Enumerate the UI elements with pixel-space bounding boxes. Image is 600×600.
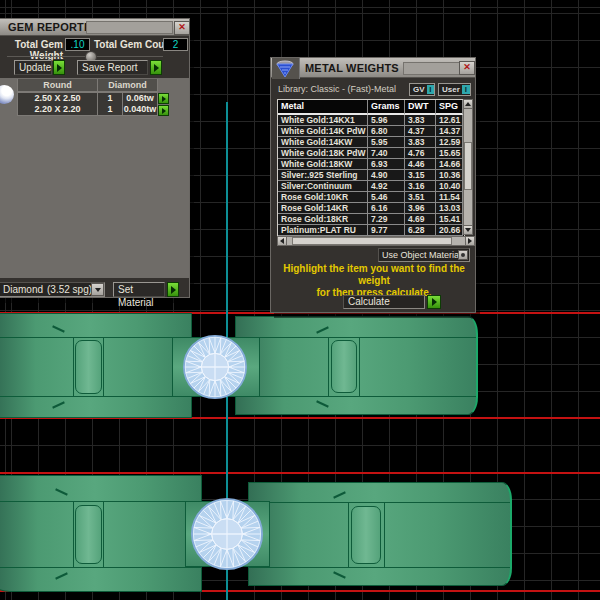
gem-stone-1[interactable] xyxy=(182,334,248,400)
close-icon[interactable]: ✕ xyxy=(174,21,190,35)
save-report-button[interactable]: Save Report xyxy=(77,60,148,75)
gem-weight: 0.040tw xyxy=(123,104,158,116)
metal-dwt: 4.69 xyxy=(405,214,436,225)
gem-reporter-window: GEM REPORTER ✕ Total Gem Weight .10 Tota… xyxy=(0,18,190,298)
scroll-up-icon[interactable] xyxy=(463,99,473,109)
material-dropdown-value: Diamond xyxy=(3,283,43,296)
metal-dwt: 3.15 xyxy=(405,170,436,181)
metals-table[interactable]: Metal Grams DWT SPG White Gold:14KX1 5.9… xyxy=(277,99,465,237)
metal-spg: 15.65 xyxy=(436,148,463,159)
reference-line-red-3 xyxy=(0,472,600,474)
metal-name: Rose Gold:18KR xyxy=(278,214,368,225)
gv-toggle-label: GV xyxy=(413,85,425,94)
metal-spg: 10.40 xyxy=(436,181,463,192)
library-label: Library: Classic - (Fast)-Metal xyxy=(278,84,396,94)
instruction-line-1: Highlight the item you want to find the … xyxy=(271,263,477,287)
total-gem-count-label: Total Gem Count xyxy=(94,39,174,50)
metal-spg: 14.66 xyxy=(436,159,463,170)
scroll-left-icon[interactable] xyxy=(277,236,287,246)
save-report-go-icon[interactable] xyxy=(150,60,162,75)
table-row[interactable]: Silver:.925 Sterling 4.90 3.15 10.36 xyxy=(278,170,464,181)
table-row[interactable]: Rose Gold:10KR 5.46 3.51 11.54 xyxy=(278,192,464,203)
metal-grams: 5.96 xyxy=(368,115,405,126)
metal-grams: 7.29 xyxy=(368,214,405,225)
use-object-materials-dropdown[interactable]: Use Object Materials xyxy=(378,248,470,262)
use-object-materials-value: Use Object Materials xyxy=(382,250,466,260)
vertical-scroll-thumb[interactable] xyxy=(464,142,472,190)
metal-dwt: 6.28 xyxy=(405,225,436,236)
gem-table-header: Round Diamond xyxy=(17,79,158,92)
gem-row-go-icon[interactable] xyxy=(158,105,169,116)
table-row[interactable]: Rose Gold:14KR 6.16 3.96 13.03 xyxy=(278,203,464,214)
metal-spg: 13.03 xyxy=(436,203,463,214)
vertical-scrollbar[interactable] xyxy=(463,99,473,235)
gv-toggle-button[interactable]: GV I xyxy=(409,83,435,96)
metal-spg: 15.41 xyxy=(436,214,463,225)
gem-size: 2.20 X 2.20 xyxy=(17,104,98,116)
table-row[interactable]: White Gold:14KX1 5.96 3.83 12.61 xyxy=(278,115,464,126)
metal-spg: 20.66 xyxy=(436,225,463,236)
titlebar-inset xyxy=(86,21,173,34)
dropdown-indicator-icon[interactable] xyxy=(458,250,468,260)
horizontal-scroll-thumb[interactable] xyxy=(292,237,452,245)
table-row[interactable]: White Gold:14K PdW 6.80 4.37 14.37 xyxy=(278,126,464,137)
scroll-right-icon[interactable] xyxy=(465,236,475,246)
header-grams: Grams xyxy=(368,100,405,115)
set-material-go-icon[interactable] xyxy=(167,282,179,297)
metal-grams: 5.95 xyxy=(368,137,405,148)
metal-weights-titlebar[interactable]: METAL WEIGHTS ✕ xyxy=(271,58,475,78)
titlebar-inset xyxy=(403,62,460,75)
metal-weights-title: METAL WEIGHTS xyxy=(305,62,399,74)
metals-table-header: Metal Grams DWT SPG xyxy=(278,100,464,115)
scroll-down-icon[interactable] xyxy=(463,225,473,235)
metal-name: White Gold:18K PdW xyxy=(278,148,368,159)
metal-spg: 12.61 xyxy=(436,115,463,126)
header-metal: Metal xyxy=(278,100,368,115)
table-row[interactable]: White Gold:18K PdW 7.40 4.76 15.65 xyxy=(278,148,464,159)
metal-dwt: 3.83 xyxy=(405,115,436,126)
user-indicator: I xyxy=(462,85,470,94)
metal-dwt: 3.83 xyxy=(405,137,436,148)
user-toggle-button[interactable]: User I xyxy=(438,83,471,96)
header-spg: SPG xyxy=(436,100,463,115)
gem-stone-2[interactable] xyxy=(190,497,264,571)
update-go-icon[interactable] xyxy=(53,60,65,75)
calculate-button[interactable]: Calculate xyxy=(343,295,425,309)
gem-table-row[interactable]: 2.20 X 2.20 1 0.040tw xyxy=(17,104,158,116)
metal-grams: 4.92 xyxy=(368,181,405,192)
table-row[interactable]: White Gold:14KW 5.95 3.83 12.59 xyxy=(278,137,464,148)
table-row[interactable]: Rose Gold:18KR 7.29 4.69 15.41 xyxy=(278,214,464,225)
calculate-go-icon[interactable] xyxy=(427,295,441,309)
table-row[interactable]: White Gold:18KW 6.93 4.46 14.66 xyxy=(278,159,464,170)
metal-dwt: 4.46 xyxy=(405,159,436,170)
horizontal-scrollbar[interactable] xyxy=(277,236,473,246)
metal-grams: 5.46 xyxy=(368,192,405,203)
metal-spg: 10.36 xyxy=(436,170,463,181)
metal-name: White Gold:14KW xyxy=(278,137,368,148)
material-dropdown-detail: (3.52 spg) xyxy=(47,283,92,296)
set-material-button[interactable]: Set Material xyxy=(113,282,165,297)
table-row[interactable]: Platinum:PLAT RU 9.77 6.28 20.66 xyxy=(278,225,464,236)
gem-row-go-icon[interactable] xyxy=(158,93,169,104)
metal-weights-window: METAL WEIGHTS ✕ Library: Classic - (Fast… xyxy=(270,57,476,313)
chevron-down-icon[interactable] xyxy=(91,283,104,296)
table-row[interactable]: Silver:Continuum 4.92 3.16 10.40 xyxy=(278,181,464,192)
metal-spg: 11.54 xyxy=(436,192,463,203)
metal-grams: 4.90 xyxy=(368,170,405,181)
user-toggle-label: User xyxy=(442,85,460,94)
header-dwt: DWT xyxy=(405,100,436,115)
total-gem-weight-label: Total Gem Weight xyxy=(0,39,63,61)
instruction-text: Highlight the item you want to find the … xyxy=(271,263,477,299)
metal-dwt: 3.51 xyxy=(405,192,436,203)
metal-dwt: 4.76 xyxy=(405,148,436,159)
material-dropdown[interactable]: Diamond (3.52 spg) xyxy=(0,282,105,297)
total-gem-count-value: 2 xyxy=(163,38,188,51)
metal-dwt: 3.96 xyxy=(405,203,436,214)
update-button[interactable]: Update xyxy=(14,60,52,75)
metal-grams: 6.16 xyxy=(368,203,405,214)
header-diamond: Diamond xyxy=(98,79,158,92)
metal-name: Platinum:PLAT RU xyxy=(278,225,368,236)
gem-reporter-titlebar[interactable]: GEM REPORTER ✕ xyxy=(0,19,189,36)
metal-name: Silver:Continuum xyxy=(278,181,368,192)
close-icon[interactable]: ✕ xyxy=(459,61,475,75)
